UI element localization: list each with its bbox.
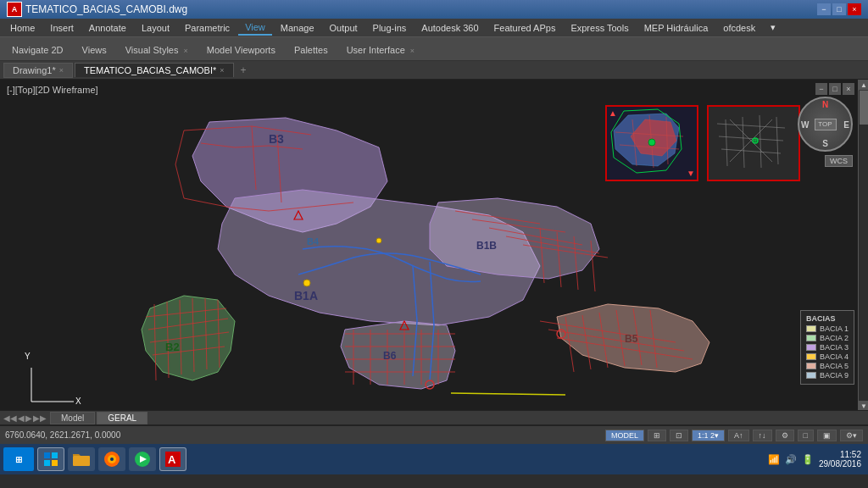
window-controls: − □ × [817,3,861,15]
tab-prev-button[interactable]: ◀ [18,413,25,423]
ribbon-visual-styles[interactable]: Visual Styles × [117,40,197,58]
menu-view[interactable]: View [238,20,272,36]
sound-icon: 🔊 [785,454,797,465]
svg-point-59 [376,238,381,243]
geral-tab[interactable]: GERAL [97,412,147,424]
vertical-scrollbar[interactable]: ▲ ▼ [858,80,868,410]
taskbar-autocad-icon[interactable]: A [159,447,186,471]
model-tab[interactable]: Model [50,412,95,424]
workspace-settings[interactable]: ⚙ [776,430,794,441]
taskbar-media-icon[interactable] [129,447,156,471]
model-space-indicator[interactable]: MODEL [605,430,644,441]
menu-mep[interactable]: MEP Hidráulica [637,21,715,35]
title-bar: A TEMATICO_BACIAS_CAMOBI.dwg − □ × [0,0,868,19]
menu-manage[interactable]: Manage [274,21,321,35]
taskbar-right-area: 📶 🔊 🔋 11:52 29/08/2016 [768,450,865,469]
title-left: A TEMATICO_BACIAS_CAMOBI.dwg [7,2,187,17]
taskbar-firefox-icon[interactable] [98,447,125,471]
nav-bar-toggle[interactable]: ▣ [817,430,837,441]
mini-viewport-2[interactable] [707,105,800,181]
ribbon-palettes[interactable]: Palettes [286,40,337,58]
battery-icon: 🔋 [802,454,814,465]
viewport-minimize[interactable]: − [815,83,827,95]
tab-first-button[interactable]: ◀◀ [3,413,17,423]
start-button[interactable]: ⊞ [3,447,34,471]
legend-item-bacia2: BACIA 2 [806,334,849,342]
maximize-button[interactable]: □ [832,3,846,15]
annotation-scale[interactable]: A↑ [728,430,749,441]
menu-insert[interactable]: Insert [43,21,81,35]
compass-west: W [801,119,809,129]
svg-point-84 [648,139,655,146]
tab-close-drawing1[interactable]: × [59,66,64,75]
close-button[interactable]: × [848,3,861,15]
taskbar-folder-icon[interactable] [68,447,95,471]
menu-express-tools[interactable]: Express Tools [564,21,635,35]
minimize-button[interactable]: − [817,3,831,15]
snap-toggle[interactable]: ⊡ [670,430,688,441]
menu-parametric[interactable]: Parametric [178,21,236,35]
compass: N S E W TOP WCS [798,97,853,152]
bottom-tab-bar: ◀◀ ◀ ▶ ▶▶ Model GERAL [0,410,868,425]
menu-plugins[interactable]: Plug-ins [366,21,414,35]
status-bar-right: MODEL ⊞ ⊡ 1:1 2▾ A↑ ↑↓ ⚙ □ ▣ ⚙▾ [605,430,863,441]
clock-date: 29/08/2016 [819,459,861,469]
new-tab-button[interactable]: + [236,63,252,78]
menu-home[interactable]: Home [3,21,42,35]
scroll-up-button[interactable]: ▲ [859,80,868,90]
legend-item-bacia5: BACIA 5 [806,362,849,370]
tab-next-button[interactable]: ▶ [25,413,32,423]
view-tools[interactable]: □ [798,430,814,441]
mini-viewport-1[interactable]: ▲ ▼ [605,105,698,181]
menu-ofcdesk[interactable]: ofcdesk [716,21,762,35]
drawing-tab-drawing1[interactable]: Drawing1* × [3,63,73,78]
menu-output[interactable]: Output [323,21,364,35]
menu-layout[interactable]: Layout [135,21,176,35]
grid-toggle[interactable]: ⊞ [648,430,666,441]
legend-item-bacia1: BACIA 1 [806,324,849,333]
taskbar-explorer-icon[interactable] [37,447,64,471]
custom-ui[interactable]: ⚙▾ [840,430,863,441]
compass-south: S [822,139,828,148]
viewport-area[interactable]: [-][Top][2D Wireframe] − □ × [0,80,868,410]
status-bar: 6760.0640, 2621.2671, 0.0000 MODEL ⊞ ⊡ 1… [0,425,868,444]
viewport-maximize[interactable]: □ [829,83,841,95]
svg-text:B6: B6 [383,350,397,362]
scroll-down-button[interactable]: ▼ [859,401,868,410]
scrollbar-track [859,91,868,401]
svg-rect-100 [44,460,50,466]
tab-close-tematico[interactable]: × [220,66,224,75]
clock-time: 11:52 [819,450,861,459]
svg-text:A: A [168,453,176,466]
viewport-label: [-][Top][2D Wireframe] [7,85,98,95]
legend-item-bacia9: BACIA 9 [806,371,849,380]
viewport-close[interactable]: × [843,83,854,95]
drawing-tab-bar: Drawing1* × TEMATICO_BACIAS_CAMOBI* × + [0,61,868,80]
menu-autodesk360[interactable]: Autodesk 360 [415,21,485,35]
svg-point-58 [303,280,310,286]
window-title: TEMATICO_BACIAS_CAMOBI.dwg [25,3,187,15]
viewport-controls: − □ × [815,83,854,95]
svg-rect-102 [73,456,90,466]
ribbon-navigate2d[interactable]: Navigate 2D [3,40,72,58]
scrollbar-thumb[interactable] [860,91,868,125]
tab-last-button[interactable]: ▶▶ [33,413,47,423]
menu-more[interactable]: ▾ [764,20,782,35]
tab-navigation-arrows: ◀◀ ◀ ▶ ▶▶ [3,413,47,423]
menu-annotate[interactable]: Annotate [82,21,133,35]
drawing-tab-tematico[interactable]: TEMATICO_BACIAS_CAMOBI* × [75,63,234,77]
svg-text:Y: Y [25,352,31,361]
scale-indicator[interactable]: 1:1 2▾ [692,430,725,441]
ribbon-toolbar: Navigate 2D Views Visual Styles × Model … [0,37,868,61]
svg-text:X: X [75,396,81,406]
sync-scale[interactable]: ↑↓ [753,430,772,441]
autocad-logo: A [7,2,22,17]
ribbon-model-viewports[interactable]: Model Viewports [198,40,284,58]
svg-rect-101 [52,460,58,466]
compass-top-button[interactable]: TOP [815,119,837,130]
menu-featured-apps[interactable]: Featured APps [487,21,563,35]
svg-text:B4: B4 [307,236,320,247]
ribbon-views[interactable]: Views [74,40,115,58]
wcs-label: WCS [825,155,853,167]
ribbon-user-interface[interactable]: User Interface × [338,40,423,58]
